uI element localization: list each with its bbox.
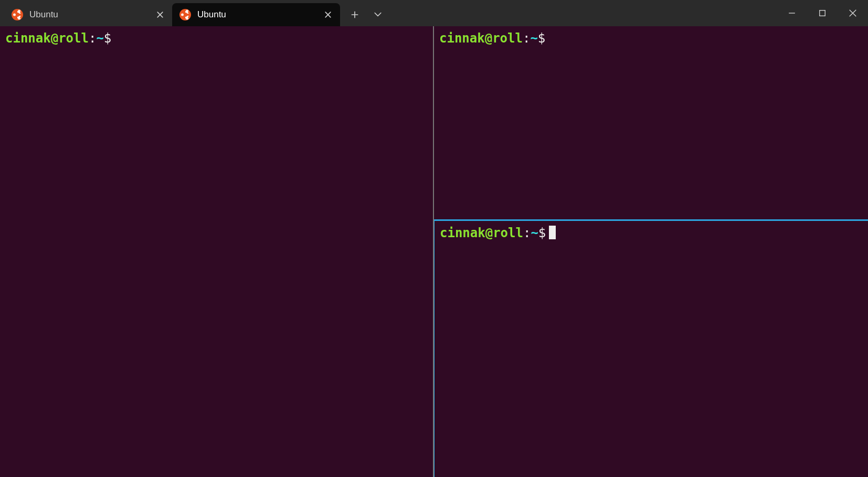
titlebar[interactable]: Ubuntu Ubuntu — [0, 0, 868, 26]
prompt-symbol: $ — [104, 31, 111, 46]
close-icon — [325, 12, 331, 18]
tab-label: Ubuntu — [197, 9, 316, 20]
close-icon — [849, 9, 856, 17]
pane-right: cinnak@roll:~$ cinnak@roll:~$ — [434, 26, 868, 477]
prompt-path: ~ — [530, 31, 537, 46]
prompt-path: ~ — [531, 226, 538, 240]
new-tab-button[interactable] — [344, 5, 365, 25]
prompt-symbol: $ — [538, 31, 545, 46]
maximize-button[interactable] — [807, 0, 838, 26]
prompt-sep: : — [523, 31, 530, 46]
tabs: Ubuntu Ubuntu — [0, 0, 340, 26]
prompt: cinnak@roll:~$ — [5, 30, 428, 47]
minimize-button[interactable] — [777, 0, 807, 26]
panes: cinnak@roll:~$ cinnak@roll:~$ cinnak@rol… — [0, 26, 868, 477]
close-tab-button[interactable] — [154, 9, 166, 20]
ubuntu-icon — [12, 9, 23, 20]
titlebar-drag-region[interactable] — [393, 0, 777, 26]
tab-actions — [340, 3, 393, 26]
prompt-user-host: cinnak@roll — [439, 31, 523, 46]
pane-right-bottom-active[interactable]: cinnak@roll:~$ — [434, 219, 868, 477]
prompt-sep: : — [89, 31, 96, 46]
tab-label: Ubuntu — [29, 9, 148, 20]
terminal-window: Ubuntu Ubuntu — [0, 0, 868, 477]
tab-ubuntu-1[interactable]: Ubuntu — [4, 3, 172, 26]
pane-left[interactable]: cinnak@roll:~$ — [0, 26, 434, 477]
close-tab-button[interactable] — [322, 9, 334, 20]
pane-right-top[interactable]: cinnak@roll:~$ — [434, 26, 868, 219]
ubuntu-icon — [179, 9, 191, 20]
prompt-user-host: cinnak@roll — [5, 31, 89, 46]
prompt: cinnak@roll:~$ — [439, 30, 863, 47]
plus-icon — [351, 11, 358, 18]
tab-ubuntu-2[interactable]: Ubuntu — [172, 3, 340, 26]
close-icon — [157, 12, 163, 18]
prompt-sep: : — [523, 226, 531, 240]
prompt-user-host: cinnak@roll — [440, 226, 523, 240]
prompt: cinnak@roll:~$ — [440, 225, 863, 241]
prompt-symbol: $ — [538, 226, 546, 240]
cursor — [549, 226, 556, 239]
chevron-down-icon — [374, 11, 382, 18]
window-controls — [777, 0, 868, 26]
prompt-path: ~ — [96, 31, 103, 46]
close-window-button[interactable] — [838, 0, 868, 26]
svg-rect-0 — [820, 10, 825, 16]
minimize-icon — [788, 9, 796, 17]
tab-dropdown-button[interactable] — [367, 5, 388, 25]
maximize-icon — [819, 9, 826, 17]
